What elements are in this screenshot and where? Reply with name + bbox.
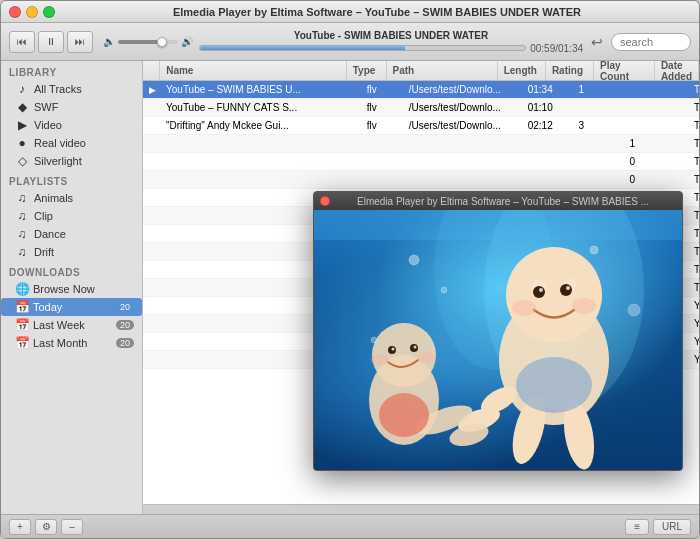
video-title: Elmedia Player by Eltima Software – YouT…: [330, 196, 676, 207]
volume-control: 🔈 🔊: [103, 36, 193, 47]
playlist-icon: ♫: [15, 191, 29, 205]
video-close-button[interactable]: [320, 196, 330, 206]
bottom-bar: + ⚙ – ≡ URL: [1, 514, 699, 538]
sidebar-item-last-month[interactable]: 📅 Last Month 20: [1, 334, 142, 352]
sidebar-item-label: Video: [34, 119, 62, 131]
table-row[interactable]: YouTube – FUNNY CATS S... flv /Users/tes…: [143, 99, 699, 117]
table-row[interactable]: 0 Today, 5:55 PM: [143, 171, 699, 189]
video-content[interactable]: [314, 210, 682, 470]
svg-point-29: [417, 352, 435, 364]
rewind-button[interactable]: ⏮: [9, 31, 35, 53]
table-row[interactable]: 1 Today, 6:02 PM: [143, 135, 699, 153]
cell-type: flv: [362, 102, 404, 113]
real-video-icon: ●: [15, 136, 29, 150]
today-badge: 20: [116, 302, 134, 312]
sidebar-item-clip[interactable]: ♫ Clip: [1, 207, 142, 225]
progress-bar[interactable]: [199, 45, 526, 51]
maximize-button[interactable]: [43, 6, 55, 18]
col-header-length[interactable]: Length: [498, 61, 546, 80]
settings-button[interactable]: ⚙: [35, 519, 57, 535]
svg-point-6: [628, 304, 640, 316]
play-pause-button[interactable]: ⏸: [38, 31, 64, 53]
volume-icon: 🔈: [103, 36, 115, 47]
search-input[interactable]: [611, 33, 691, 51]
svg-point-12: [533, 286, 545, 298]
cell-name: YouTube – FUNNY CATS S...: [161, 102, 362, 113]
cell-playcount: 0: [624, 156, 689, 167]
browse-icon: 🌐: [15, 282, 29, 296]
volume-slider-thumb: [157, 37, 167, 47]
col-header-playcount[interactable]: Play Count: [594, 61, 655, 80]
main-content: LIBRARY ♪ All Tracks ◆ SWF ▶ Video ● Rea…: [1, 61, 699, 514]
col-header-indicator: [143, 61, 160, 80]
playlist-icon: ♫: [15, 209, 29, 223]
cell-path: /Users/test/Downlo...: [404, 120, 523, 131]
cell-name: "Drifting" Andy Mckee Gui...: [161, 120, 362, 131]
cell-date: Today, 4:23 PM: [689, 228, 699, 239]
table-row[interactable]: "Drifting" Andy Mckee Gui... flv /Users/…: [143, 117, 699, 135]
transport-controls: ⏮ ⏸ ⏭: [9, 31, 93, 53]
cell-rating: 3: [574, 120, 625, 131]
cell-date: Today, 6:12 PM: [689, 120, 699, 131]
silverlight-icon: ◇: [15, 154, 29, 168]
today-icon: 📅: [15, 300, 29, 314]
swf-icon: ◆: [15, 100, 29, 114]
cell-length: 01:10: [523, 102, 574, 113]
last-month-badge: 20: [116, 338, 134, 348]
sidebar-item-label: Today: [33, 301, 62, 313]
col-header-rating[interactable]: Rating: [546, 61, 594, 80]
cell-path: /Users/test/Downlo...: [404, 102, 523, 113]
last-week-icon: 📅: [15, 318, 29, 332]
col-header-name[interactable]: Name: [160, 61, 347, 80]
table-row[interactable]: ▶ YouTube – SWIM BABIES U... flv /Users/…: [143, 81, 699, 99]
sidebar-item-swf[interactable]: ◆ SWF: [1, 98, 142, 116]
sidebar-item-animals[interactable]: ♫ Animals: [1, 189, 142, 207]
list-view-button[interactable]: ≡: [625, 519, 649, 535]
svg-point-32: [379, 393, 429, 437]
col-header-path[interactable]: Path: [387, 61, 498, 80]
minimize-button[interactable]: [26, 6, 38, 18]
sidebar: LIBRARY ♪ All Tracks ◆ SWF ▶ Video ● Rea…: [1, 61, 143, 514]
sidebar-item-label: Silverlight: [34, 155, 82, 167]
progress-fill: [200, 46, 405, 50]
progress-bar-container: 00:59/01:34: [199, 43, 583, 54]
sidebar-item-video[interactable]: ▶ Video: [1, 116, 142, 134]
horizontal-scrollbar[interactable]: [143, 504, 699, 514]
remove-button[interactable]: –: [61, 519, 83, 535]
svg-point-5: [590, 246, 598, 254]
library-header: LIBRARY: [1, 61, 142, 80]
svg-point-33: [516, 357, 592, 413]
volume-slider[interactable]: [118, 40, 178, 44]
sidebar-item-last-week[interactable]: 📅 Last Week 20: [1, 316, 142, 334]
svg-point-14: [539, 288, 543, 292]
col-header-type[interactable]: Type: [347, 61, 387, 80]
repeat-button[interactable]: ↩: [589, 32, 605, 52]
svg-point-3: [409, 255, 419, 265]
sidebar-item-label: Last Month: [33, 337, 87, 349]
sidebar-item-dance[interactable]: ♫ Dance: [1, 225, 142, 243]
sidebar-item-browse-now[interactable]: 🌐 Browse Now: [1, 280, 142, 298]
svg-point-4: [441, 287, 447, 293]
sidebar-item-label: Browse Now: [33, 283, 95, 295]
window-title: Elmedia Player by Eltima Software – YouT…: [63, 6, 691, 18]
video-frame: [314, 210, 682, 470]
cell-date: Today, 5:55 PM: [689, 174, 699, 185]
main-window: Elmedia Player by Eltima Software – YouT…: [0, 0, 700, 539]
sidebar-item-all-tracks[interactable]: ♪ All Tracks: [1, 80, 142, 98]
table-row[interactable]: 0 Today, 5:55 PM: [143, 153, 699, 171]
sidebar-item-today[interactable]: 📅 Today 20: [1, 298, 142, 316]
close-button[interactable]: [9, 6, 21, 18]
toolbar: ⏮ ⏸ ⏭ 🔈 🔊 YouTube - SWIM BABIES UNDER WA…: [1, 23, 699, 61]
url-button[interactable]: URL: [653, 519, 691, 535]
sidebar-item-label: All Tracks: [34, 83, 82, 95]
sidebar-item-drift[interactable]: ♫ Drift: [1, 243, 142, 261]
add-button[interactable]: +: [9, 519, 31, 535]
sidebar-item-label: Clip: [34, 210, 53, 222]
col-header-dateadded[interactable]: Date Added: [655, 61, 699, 80]
sidebar-item-silverlight[interactable]: ◇ Silverlight: [1, 152, 142, 170]
table-header: Name Type Path Length Rating Play Count …: [143, 61, 699, 81]
sidebar-item-real-video[interactable]: ● Real video: [1, 134, 142, 152]
title-bar: Elmedia Player by Eltima Software – YouT…: [1, 1, 699, 23]
video-title-bar: Elmedia Player by Eltima Software – YouT…: [314, 192, 682, 210]
fast-forward-button[interactable]: ⏭: [67, 31, 93, 53]
